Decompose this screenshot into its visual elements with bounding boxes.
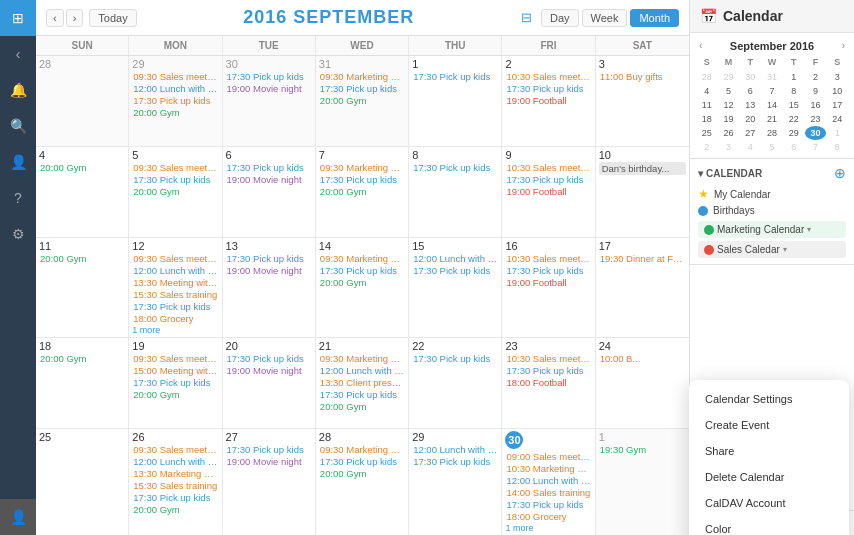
day-cell-sep1[interactable]: 1 17:30 Pick up kids [409,56,502,146]
mini-day[interactable]: 4 [739,140,761,154]
marketing-calendar-item[interactable]: Marketing Calendar ▾ [698,221,846,238]
mini-day[interactable]: 18 [696,112,718,126]
my-calendar-item[interactable]: ★ My Calendar [698,185,846,203]
mini-day[interactable]: 22 [783,112,805,126]
day-cell-sep21[interactable]: 21 09:30 Marketing meeting 12:00 Lunch w… [316,338,409,428]
help-icon[interactable]: ? [0,180,36,216]
mini-day[interactable]: 30 [739,70,761,84]
day-cell-sep16[interactable]: 16 10:30 Sales meeting 17:30 Pick up kid… [502,238,595,337]
more-link[interactable]: 1 more [505,523,591,533]
mini-day[interactable]: 31 [761,70,783,84]
mini-day[interactable]: 3 [826,70,848,84]
add-calendar-icon[interactable]: ⊕ [834,165,846,181]
mini-day[interactable]: 19 [718,112,740,126]
day-cell-sep6[interactable]: 6 17:30 Pick up kids 19:00 Movie night [223,147,316,237]
birthdays-item[interactable]: Birthdays [698,203,846,218]
mini-today[interactable]: 30 [805,126,827,140]
mini-day[interactable]: 7 [805,140,827,154]
mini-day[interactable]: 10 [826,84,848,98]
day-cell-sep22[interactable]: 22 17:30 Pick up kids [409,338,502,428]
mini-prev-button[interactable]: ‹ [696,39,705,52]
mini-day[interactable]: 26 [718,126,740,140]
day-cell-oct1[interactable]: 1 19:30 Gym [596,429,689,535]
mini-day[interactable]: 9 [805,84,827,98]
prev-button[interactable]: ‹ [46,9,64,27]
day-cell-sep18[interactable]: 18 20:00 Gym [36,338,129,428]
contact-icon[interactable]: 👤 [0,144,36,180]
day-cell-sep10[interactable]: 10 Dan's birthday... [596,147,689,237]
mini-day[interactable]: 8 [783,84,805,98]
mini-day[interactable]: 11 [696,98,718,112]
day-cell-sep30[interactable]: 30 09:00 Sales meeting 10:30 Marketing p… [502,429,595,535]
day-cell-aug30[interactable]: 30 17:30 Pick up kids 19:00 Movie night [223,56,316,146]
settings-icon[interactable]: ⚙ [0,216,36,252]
week-view-button[interactable]: Week [582,9,628,27]
menu-item-caldav-account[interactable]: CalDAV Account [689,490,849,516]
user-avatar[interactable]: 👤 [0,499,36,535]
mini-day[interactable]: 2 [805,70,827,84]
day-cell-aug29[interactable]: 29 09:30 Sales meeting 12:00 Lunch with … [129,56,222,146]
day-cell-sep8[interactable]: 8 17:30 Pick up kids [409,147,502,237]
day-cell-sep24[interactable]: 24 10:00 B... [596,338,689,428]
day-cell-sep14[interactable]: 14 09:30 Marketing meeting 17:30 Pick up… [316,238,409,337]
menu-item-create-event[interactable]: Create Event [689,412,849,438]
day-cell-sep15[interactable]: 15 12:00 Lunch with Jess 17:30 Pick up k… [409,238,502,337]
next-button[interactable]: › [66,9,84,27]
day-view-button[interactable]: Day [541,9,579,27]
mini-day[interactable]: 13 [739,98,761,112]
mini-day[interactable]: 1 [826,126,848,140]
mini-day[interactable]: 3 [718,140,740,154]
day-cell-sep12[interactable]: 12 09:30 Sales meeting 12:00 Lunch with … [129,238,222,337]
mini-day[interactable]: 28 [761,126,783,140]
more-link[interactable]: 1 more [132,325,218,335]
mini-day[interactable]: 27 [739,126,761,140]
mini-day[interactable]: 29 [783,126,805,140]
day-cell-sep20[interactable]: 20 17:30 Pick up kids 19:00 Movie night [223,338,316,428]
day-cell-sep29[interactable]: 29 12:00 Lunch with Sam 17:30 Pick up ki… [409,429,502,535]
day-cell-sep7[interactable]: 7 09:30 Marketing meeting 17:30 Pick up … [316,147,409,237]
mini-day[interactable]: 23 [805,112,827,126]
month-view-button[interactable]: Month [630,9,679,27]
search-icon[interactable]: 🔍 [0,108,36,144]
day-cell-sep28[interactable]: 28 09:30 Marketing meeting 17:30 Pick up… [316,429,409,535]
day-cell-sep25[interactable]: 25 [36,429,129,535]
day-cell-sep13[interactable]: 13 17:30 Pick up kids 19:00 Movie night [223,238,316,337]
day-cell-sep2[interactable]: 2 10:30 Sales meeting 17:30 Pick up kids… [502,56,595,146]
mini-next-button[interactable]: › [839,39,848,52]
day-cell-sep26[interactable]: 26 09:30 Sales meeting 12:00 Lunch with … [129,429,222,535]
mini-day[interactable]: 24 [826,112,848,126]
mini-day[interactable]: 1 [783,70,805,84]
today-button[interactable]: Today [89,9,136,27]
mini-day[interactable]: 5 [761,140,783,154]
menu-item-delete-calendar[interactable]: Delete Calendar [689,464,849,490]
mini-day[interactable]: 25 [696,126,718,140]
grid-icon[interactable]: ⊞ [0,0,36,36]
mini-day[interactable]: 12 [718,98,740,112]
day-cell-aug28[interactable]: 28 [36,56,129,146]
mini-day[interactable]: 20 [739,112,761,126]
menu-item-color[interactable]: Color [689,516,849,535]
bell-icon[interactable]: 🔔 [0,72,36,108]
mini-day[interactable]: 28 [696,70,718,84]
mini-day[interactable]: 6 [739,84,761,98]
mini-day[interactable]: 14 [761,98,783,112]
menu-item-calendar-settings[interactable]: Calendar Settings [689,386,849,412]
mini-day[interactable]: 29 [718,70,740,84]
filter-icon[interactable]: ⊟ [521,10,532,25]
mini-day[interactable]: 4 [696,84,718,98]
day-cell-sep27[interactable]: 27 17:30 Pick up kids 19:00 Movie night [223,429,316,535]
day-cell-aug31[interactable]: 31 09:30 Marketing meeting 17:30 Pick up… [316,56,409,146]
day-cell-sep17[interactable]: 17 19:30 Dinner at Fran'... [596,238,689,337]
day-cell-sep19[interactable]: 19 09:30 Sales meeting 15:00 Meeting wit… [129,338,222,428]
day-cell-sep23[interactable]: 23 10:30 Sales meeting 17:30 Pick up kid… [502,338,595,428]
menu-item-share[interactable]: Share [689,438,849,464]
mini-day[interactable]: 5 [718,84,740,98]
mini-day[interactable]: 16 [805,98,827,112]
mini-day[interactable]: 7 [761,84,783,98]
day-cell-sep11[interactable]: 11 20:00 Gym [36,238,129,337]
day-cell-sep9[interactable]: 9 10:30 Sales meeting 17:30 Pick up kids… [502,147,595,237]
mini-day[interactable]: 15 [783,98,805,112]
day-cell-sep4[interactable]: 4 20:00 Gym [36,147,129,237]
day-cell-sep5[interactable]: 5 09:30 Sales meeting 17:30 Pick up kids… [129,147,222,237]
mini-day[interactable]: 8 [826,140,848,154]
